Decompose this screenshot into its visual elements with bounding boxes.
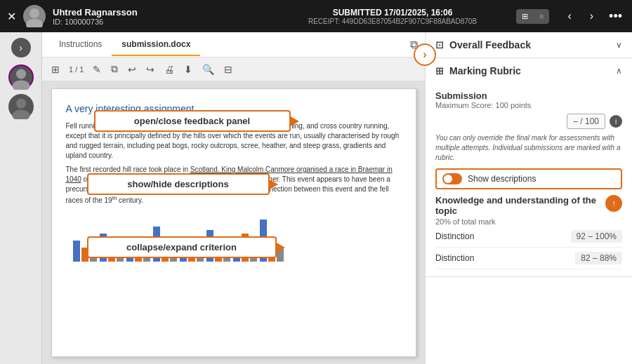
student-avatar-1[interactable] (8, 65, 34, 90)
overall-feedback-section: ⊡ Overall Feedback ∨ (426, 32, 632, 58)
max-score-label: Maximum Score: 100 points (435, 101, 622, 109)
doc-toolbar: ⊞ 1 / 1 ✎ ⧉ ↩ ↪ 🖨 ⬇ 🔍 ⊟ (42, 58, 425, 81)
user-avatar (23, 5, 46, 27)
show-descriptions-row: Show descriptions (435, 168, 622, 189)
submission-label: Submission (435, 90, 622, 101)
nav-prev-button[interactable]: ‹ (562, 7, 577, 25)
user-info: Uhtred Ragnarsson ID: 100000736 (53, 7, 275, 26)
close-button[interactable]: ✕ (7, 10, 16, 23)
show-descriptions-label: Show descriptions (468, 174, 536, 184)
marking-rubric-section: ⊞ Marking Rubric ∧ Submission Maximum Sc… (426, 58, 632, 277)
sidebar-toggle-button[interactable]: › (11, 38, 31, 58)
grade-row-0: Distinction 92 – 100% (435, 226, 622, 248)
overall-feedback-chevron: ∨ (616, 40, 622, 50)
criterion-expand-button[interactable]: ↑ (605, 195, 622, 212)
panel-toggle-button[interactable]: › (414, 43, 436, 66)
tab-submission[interactable]: submission.docx (112, 34, 200, 56)
rubric-note: You can only override the final mark for… (435, 133, 622, 163)
criterion-header: Knowledge and understanding of the topic… (435, 195, 622, 226)
redo-button[interactable]: ↪ (143, 62, 158, 77)
marking-rubric-icon: ⊞ (435, 65, 444, 76)
search-button[interactable]: 🔍 (199, 62, 218, 77)
grid-view-btn[interactable]: ⊞ (516, 9, 534, 24)
grid-view-toolbar-button[interactable]: ⊟ (220, 62, 236, 77)
download-button[interactable]: ⬇ (180, 62, 196, 77)
page-indicator: 1 / 1 (69, 65, 84, 74)
undo-button[interactable]: ↩ (124, 62, 140, 77)
list-view-btn[interactable]: ≡ (534, 9, 549, 24)
grade-label-1: Distinction (435, 253, 474, 263)
show-descriptions-toggle[interactable] (442, 173, 462, 184)
student-avatar-2[interactable] (8, 94, 34, 119)
svg-point-4 (15, 98, 25, 108)
grid-toggle[interactable]: ⊞ ≡ (516, 9, 549, 24)
svg-point-0 (29, 8, 39, 18)
submitted-label: SUBMITTED 17/01/2025, 16:06 (282, 8, 503, 18)
copy-button[interactable]: ⧉ (107, 61, 121, 77)
bar-blue-1 (73, 241, 80, 262)
more-button[interactable]: ••• (606, 6, 625, 27)
top-header: ✕ Uhtred Ragnarsson ID: 100000736 SUBMIT… (0, 0, 632, 32)
toggle-circle (444, 175, 452, 183)
rubric-content: Submission Maximum Score: 100 points – /… (426, 83, 632, 276)
callout-collapse-expand: collapse/expand criterion (87, 236, 277, 258)
right-panel: ⊡ Overall Feedback ∨ ⊞ Marking Rubric ∧ … (425, 32, 632, 364)
criterion-title: Knowledge and understanding of the topic (435, 195, 605, 216)
grade-range-1: 82 – 88% (575, 252, 622, 264)
grade-label-0: Distinction (435, 231, 474, 241)
svg-point-2 (15, 69, 25, 79)
view-mode-button[interactable]: ⊞ (48, 62, 63, 77)
receipt-info: RECEIPT: 449DD63E87054B2F907C9F88ABAD870… (282, 18, 503, 25)
score-box: – / 100 i (435, 114, 622, 129)
overall-feedback-header[interactable]: ⊡ Overall Feedback ∨ (426, 32, 632, 58)
print-button[interactable]: 🖨 (161, 62, 178, 77)
svg-point-5 (12, 109, 29, 119)
grade-row-1: Distinction 82 – 88% (435, 248, 622, 269)
overall-feedback-icon: ⊡ (435, 39, 444, 50)
center-content: Instructions submission.docx ⧉ ⊞ 1 / 1 ✎… (42, 32, 425, 364)
criterion-pct: 20% of total mark (435, 217, 605, 226)
left-sidebar: › (0, 32, 42, 364)
grade-range-0: 92 – 100% (571, 230, 622, 243)
edit-button[interactable]: ✎ (89, 62, 105, 77)
marking-rubric-chevron: ∧ (616, 66, 622, 76)
callout-feedback-panel: open/close feedback panel (94, 110, 291, 132)
main-layout: › Instructions submission.docx ⧉ ⊞ 1 / 1… (0, 32, 632, 364)
user-name: Uhtred Ragnarsson (53, 7, 275, 18)
marking-rubric-header[interactable]: ⊞ Marking Rubric ∧ (426, 58, 632, 83)
tab-instructions[interactable]: Instructions (49, 34, 112, 56)
doc-content: A very interesting assignment Fell runni… (42, 81, 425, 364)
user-id: ID: 100000736 (53, 18, 275, 26)
svg-point-1 (26, 19, 43, 27)
doc-page: A very interesting assignment Fell runni… (51, 88, 416, 357)
score-info-icon[interactable]: i (610, 115, 622, 128)
score-display: – / 100 (567, 114, 605, 129)
marking-rubric-title: ⊞ Marking Rubric (435, 65, 521, 76)
callout-show-hide: show/hide descriptions (87, 173, 270, 195)
tab-bar: Instructions submission.docx ⧉ (42, 32, 425, 58)
svg-point-3 (12, 80, 29, 90)
overall-feedback-title: ⊡ Overall Feedback (435, 39, 531, 50)
nav-next-button[interactable]: › (584, 7, 599, 25)
